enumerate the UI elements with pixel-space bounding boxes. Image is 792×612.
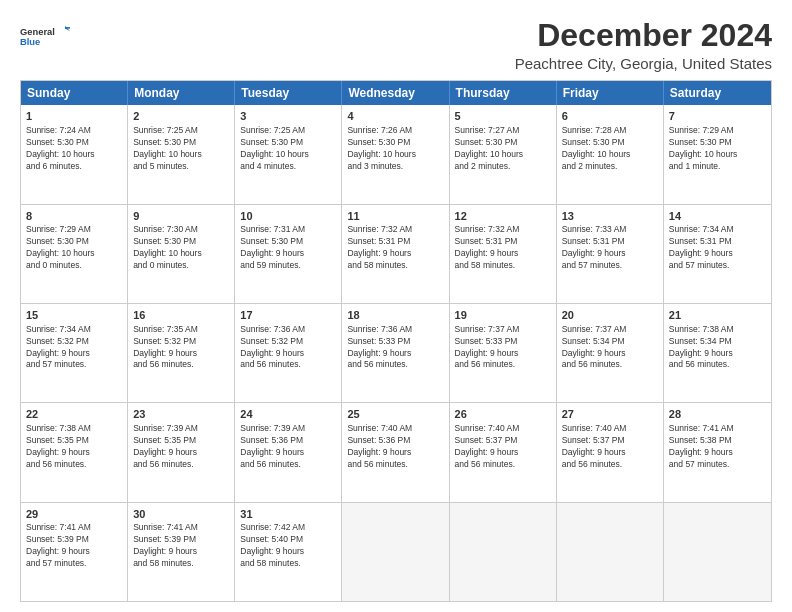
day-number: 8 — [26, 209, 122, 224]
day-number: 16 — [133, 308, 229, 323]
day-number: 5 — [455, 109, 551, 124]
day-cell-empty — [342, 503, 449, 601]
calendar-body: 1Sunrise: 7:24 AMSunset: 5:30 PMDaylight… — [21, 105, 771, 601]
day-cell-20: 20Sunrise: 7:37 AMSunset: 5:34 PMDayligh… — [557, 304, 664, 402]
day-cell-23: 23Sunrise: 7:39 AMSunset: 5:35 PMDayligh… — [128, 403, 235, 501]
day-cell-15: 15Sunrise: 7:34 AMSunset: 5:32 PMDayligh… — [21, 304, 128, 402]
day-info: Sunrise: 7:40 AMSunset: 5:36 PMDaylight:… — [347, 423, 443, 471]
day-cell-1: 1Sunrise: 7:24 AMSunset: 5:30 PMDaylight… — [21, 105, 128, 203]
day-info: Sunrise: 7:40 AMSunset: 5:37 PMDaylight:… — [562, 423, 658, 471]
day-cell-22: 22Sunrise: 7:38 AMSunset: 5:35 PMDayligh… — [21, 403, 128, 501]
calendar-row-3: 15Sunrise: 7:34 AMSunset: 5:32 PMDayligh… — [21, 304, 771, 403]
day-number: 9 — [133, 209, 229, 224]
day-number: 24 — [240, 407, 336, 422]
day-cell-31: 31Sunrise: 7:42 AMSunset: 5:40 PMDayligh… — [235, 503, 342, 601]
calendar-row-5: 29Sunrise: 7:41 AMSunset: 5:39 PMDayligh… — [21, 503, 771, 601]
day-cell-29: 29Sunrise: 7:41 AMSunset: 5:39 PMDayligh… — [21, 503, 128, 601]
subtitle: Peachtree City, Georgia, United States — [515, 55, 772, 72]
day-cell-17: 17Sunrise: 7:36 AMSunset: 5:32 PMDayligh… — [235, 304, 342, 402]
day-header-monday: Monday — [128, 81, 235, 105]
day-number: 22 — [26, 407, 122, 422]
day-info: Sunrise: 7:29 AMSunset: 5:30 PMDaylight:… — [26, 224, 122, 272]
day-info: Sunrise: 7:33 AMSunset: 5:31 PMDaylight:… — [562, 224, 658, 272]
day-info: Sunrise: 7:38 AMSunset: 5:35 PMDaylight:… — [26, 423, 122, 471]
day-info: Sunrise: 7:24 AMSunset: 5:30 PMDaylight:… — [26, 125, 122, 173]
page-header: General Blue December 2024 Peachtree Cit… — [20, 18, 772, 72]
day-info: Sunrise: 7:42 AMSunset: 5:40 PMDaylight:… — [240, 522, 336, 570]
calendar-header: SundayMondayTuesdayWednesdayThursdayFrid… — [21, 81, 771, 105]
day-info: Sunrise: 7:29 AMSunset: 5:30 PMDaylight:… — [669, 125, 766, 173]
calendar: SundayMondayTuesdayWednesdayThursdayFrid… — [20, 80, 772, 602]
main-title: December 2024 — [515, 18, 772, 53]
day-info: Sunrise: 7:37 AMSunset: 5:33 PMDaylight:… — [455, 324, 551, 372]
day-cell-26: 26Sunrise: 7:40 AMSunset: 5:37 PMDayligh… — [450, 403, 557, 501]
day-info: Sunrise: 7:38 AMSunset: 5:34 PMDaylight:… — [669, 324, 766, 372]
day-cell-empty — [664, 503, 771, 601]
day-info: Sunrise: 7:26 AMSunset: 5:30 PMDaylight:… — [347, 125, 443, 173]
calendar-row-4: 22Sunrise: 7:38 AMSunset: 5:35 PMDayligh… — [21, 403, 771, 502]
day-info: Sunrise: 7:25 AMSunset: 5:30 PMDaylight:… — [133, 125, 229, 173]
day-header-thursday: Thursday — [450, 81, 557, 105]
day-cell-empty — [557, 503, 664, 601]
day-cell-2: 2Sunrise: 7:25 AMSunset: 5:30 PMDaylight… — [128, 105, 235, 203]
svg-text:General: General — [20, 27, 55, 37]
day-number: 13 — [562, 209, 658, 224]
day-cell-9: 9Sunrise: 7:30 AMSunset: 5:30 PMDaylight… — [128, 205, 235, 303]
day-number: 2 — [133, 109, 229, 124]
day-header-saturday: Saturday — [664, 81, 771, 105]
day-cell-11: 11Sunrise: 7:32 AMSunset: 5:31 PMDayligh… — [342, 205, 449, 303]
day-cell-4: 4Sunrise: 7:26 AMSunset: 5:30 PMDaylight… — [342, 105, 449, 203]
day-number: 29 — [26, 507, 122, 522]
day-info: Sunrise: 7:40 AMSunset: 5:37 PMDaylight:… — [455, 423, 551, 471]
day-cell-7: 7Sunrise: 7:29 AMSunset: 5:30 PMDaylight… — [664, 105, 771, 203]
svg-text:Blue: Blue — [20, 37, 40, 47]
day-cell-21: 21Sunrise: 7:38 AMSunset: 5:34 PMDayligh… — [664, 304, 771, 402]
day-number: 10 — [240, 209, 336, 224]
day-number: 28 — [669, 407, 766, 422]
day-cell-19: 19Sunrise: 7:37 AMSunset: 5:33 PMDayligh… — [450, 304, 557, 402]
title-block: December 2024 Peachtree City, Georgia, U… — [515, 18, 772, 72]
day-info: Sunrise: 7:32 AMSunset: 5:31 PMDaylight:… — [347, 224, 443, 272]
day-info: Sunrise: 7:28 AMSunset: 5:30 PMDaylight:… — [562, 125, 658, 173]
day-info: Sunrise: 7:27 AMSunset: 5:30 PMDaylight:… — [455, 125, 551, 173]
day-cell-25: 25Sunrise: 7:40 AMSunset: 5:36 PMDayligh… — [342, 403, 449, 501]
day-cell-6: 6Sunrise: 7:28 AMSunset: 5:30 PMDaylight… — [557, 105, 664, 203]
day-cell-empty — [450, 503, 557, 601]
day-cell-8: 8Sunrise: 7:29 AMSunset: 5:30 PMDaylight… — [21, 205, 128, 303]
day-info: Sunrise: 7:34 AMSunset: 5:31 PMDaylight:… — [669, 224, 766, 272]
calendar-row-1: 1Sunrise: 7:24 AMSunset: 5:30 PMDaylight… — [21, 105, 771, 204]
day-cell-28: 28Sunrise: 7:41 AMSunset: 5:38 PMDayligh… — [664, 403, 771, 501]
day-number: 14 — [669, 209, 766, 224]
day-cell-14: 14Sunrise: 7:34 AMSunset: 5:31 PMDayligh… — [664, 205, 771, 303]
day-number: 30 — [133, 507, 229, 522]
day-info: Sunrise: 7:32 AMSunset: 5:31 PMDaylight:… — [455, 224, 551, 272]
day-number: 6 — [562, 109, 658, 124]
day-number: 18 — [347, 308, 443, 323]
day-cell-12: 12Sunrise: 7:32 AMSunset: 5:31 PMDayligh… — [450, 205, 557, 303]
day-cell-24: 24Sunrise: 7:39 AMSunset: 5:36 PMDayligh… — [235, 403, 342, 501]
day-number: 11 — [347, 209, 443, 224]
day-cell-5: 5Sunrise: 7:27 AMSunset: 5:30 PMDaylight… — [450, 105, 557, 203]
day-header-tuesday: Tuesday — [235, 81, 342, 105]
day-info: Sunrise: 7:39 AMSunset: 5:35 PMDaylight:… — [133, 423, 229, 471]
day-info: Sunrise: 7:25 AMSunset: 5:30 PMDaylight:… — [240, 125, 336, 173]
day-number: 26 — [455, 407, 551, 422]
day-info: Sunrise: 7:30 AMSunset: 5:30 PMDaylight:… — [133, 224, 229, 272]
day-number: 7 — [669, 109, 766, 124]
logo-svg: General Blue — [20, 18, 70, 54]
day-number: 31 — [240, 507, 336, 522]
day-number: 15 — [26, 308, 122, 323]
day-number: 12 — [455, 209, 551, 224]
day-number: 19 — [455, 308, 551, 323]
day-info: Sunrise: 7:41 AMSunset: 5:39 PMDaylight:… — [26, 522, 122, 570]
day-header-wednesday: Wednesday — [342, 81, 449, 105]
day-cell-27: 27Sunrise: 7:40 AMSunset: 5:37 PMDayligh… — [557, 403, 664, 501]
day-info: Sunrise: 7:31 AMSunset: 5:30 PMDaylight:… — [240, 224, 336, 272]
day-info: Sunrise: 7:39 AMSunset: 5:36 PMDaylight:… — [240, 423, 336, 471]
day-cell-16: 16Sunrise: 7:35 AMSunset: 5:32 PMDayligh… — [128, 304, 235, 402]
day-number: 23 — [133, 407, 229, 422]
day-number: 27 — [562, 407, 658, 422]
day-cell-30: 30Sunrise: 7:41 AMSunset: 5:39 PMDayligh… — [128, 503, 235, 601]
day-number: 21 — [669, 308, 766, 323]
day-number: 4 — [347, 109, 443, 124]
